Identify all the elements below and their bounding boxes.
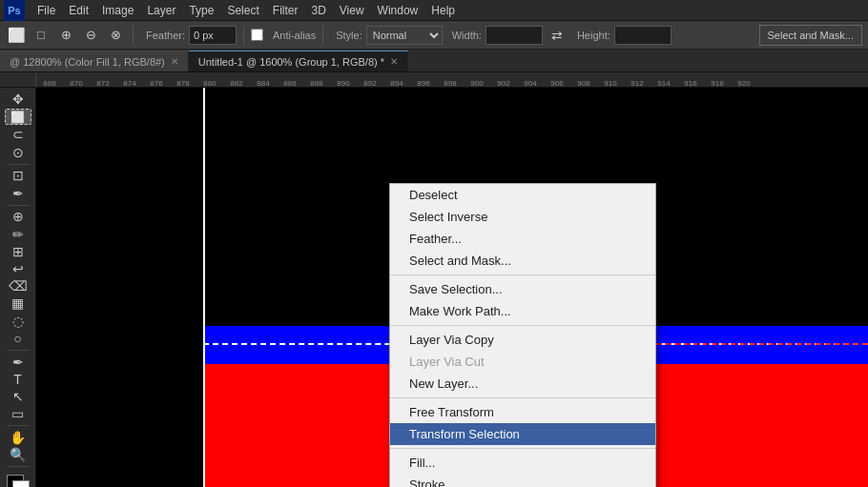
menu-filter[interactable]: Filter xyxy=(266,2,305,19)
ctx-menu-item-12[interactable]: Stroke... xyxy=(390,474,655,487)
select-and-mask-btn[interactable]: Select and Mask... xyxy=(759,25,863,46)
menu-3d[interactable]: 3D xyxy=(304,2,332,19)
shape-tool[interactable]: ▭ xyxy=(5,406,31,421)
ctx-menu-item-4[interactable]: Save Selection... xyxy=(390,278,655,300)
feather-input[interactable] xyxy=(189,26,237,45)
canvas-black-left xyxy=(36,88,203,487)
ctx-menu-item-5[interactable]: Make Work Path... xyxy=(390,300,655,322)
quick-select-tool[interactable]: ⊙ xyxy=(5,144,31,159)
lasso-tool[interactable]: ⊂ xyxy=(5,127,31,142)
new-selection-btn[interactable]: □ xyxy=(31,25,52,46)
menu-select[interactable]: Select xyxy=(220,2,265,19)
ruler-tick: 886 xyxy=(277,79,303,88)
path-select-tool[interactable]: ↖ xyxy=(5,389,31,404)
menu-edit[interactable]: Edit xyxy=(62,2,95,19)
tabs-bar: @ 12800% (Color Fill 1, RGB/8#) ✕ Untitl… xyxy=(0,50,868,72)
dodge-tool[interactable]: ○ xyxy=(5,331,31,346)
ctx-separator xyxy=(390,325,655,326)
eyedropper-tool[interactable]: ✒ xyxy=(5,185,31,200)
ctx-menu-item-0[interactable]: Deselect xyxy=(390,184,655,206)
tool-separator xyxy=(7,164,30,165)
width-label: Width: xyxy=(452,30,482,41)
ctx-menu-item-10[interactable]: Transform Selection xyxy=(390,423,655,445)
ctx-menu-item-6[interactable]: Layer Via Copy xyxy=(390,329,655,351)
ruler-tick: 900 xyxy=(464,79,490,88)
history-brush-tool[interactable]: ↩ xyxy=(5,261,31,276)
ruler-tick: 872 xyxy=(90,79,116,88)
ruler-tick: 870 xyxy=(63,79,90,88)
ruler-tick: 882 xyxy=(223,79,250,88)
eraser-tool[interactable]: ⌫ xyxy=(5,278,31,294)
menu-help[interactable]: Help xyxy=(424,2,462,19)
color-swatches[interactable] xyxy=(5,473,31,487)
ruler-tick: 906 xyxy=(544,79,570,88)
healing-tool[interactable]: ⊕ xyxy=(5,209,31,224)
intersect-selection-btn[interactable]: ⊗ xyxy=(105,25,126,46)
canvas-area[interactable]: DeselectSelect InverseFeather...Select a… xyxy=(36,88,868,487)
ruler-tick: 902 xyxy=(490,79,517,88)
menu-bar: Ps File Edit Image Layer Type Select Fil… xyxy=(0,0,868,21)
menu-window[interactable]: Window xyxy=(371,2,425,19)
tool-separator xyxy=(7,466,30,467)
brush-tool[interactable]: ✏ xyxy=(5,226,31,241)
menu-type[interactable]: Type xyxy=(182,2,220,19)
tab-colorfill-close[interactable]: ✕ xyxy=(171,56,178,67)
text-tool[interactable]: T xyxy=(5,372,31,387)
ruler-tick: 910 xyxy=(597,79,624,88)
ctx-separator xyxy=(390,397,655,398)
swap-dimensions-btn[interactable]: ⇄ xyxy=(547,25,568,46)
ctx-menu-item-2[interactable]: Feather... xyxy=(390,228,655,250)
separator-1 xyxy=(133,26,134,45)
move-tool[interactable]: ✥ xyxy=(5,91,31,107)
ruler-tick: 904 xyxy=(517,79,544,88)
ruler-tick: 892 xyxy=(357,79,383,88)
ruler-tick: 916 xyxy=(677,79,704,88)
style-label: Style: xyxy=(336,30,362,41)
stamp-tool[interactable]: ⊞ xyxy=(5,244,31,259)
width-input[interactable] xyxy=(486,26,543,45)
gradient-tool[interactable]: ▦ xyxy=(5,295,31,311)
ruler-tick: 914 xyxy=(651,79,677,88)
ruler: 868 870 872 874 876 878 880 882 884 886 … xyxy=(0,72,868,88)
ctx-menu-item-3[interactable]: Select and Mask... xyxy=(390,250,655,272)
ruler-tick: 894 xyxy=(383,79,410,88)
height-input[interactable] xyxy=(614,26,672,45)
ctx-menu-item-7: Layer Via Cut xyxy=(390,351,655,373)
zoom-tool[interactable]: 🔍 xyxy=(5,447,31,462)
ps-logo: Ps xyxy=(4,0,25,21)
tab-untitled-close[interactable]: ✕ xyxy=(390,56,398,67)
style-select[interactable]: Normal Fixed Ratio Fixed Size xyxy=(366,26,443,45)
tab-colorfill[interactable]: @ 12800% (Color Fill 1, RGB/8#) ✕ xyxy=(0,51,189,71)
ruler-tick: 912 xyxy=(624,79,651,88)
ctx-separator xyxy=(390,274,655,275)
ctx-menu-item-8[interactable]: New Layer... xyxy=(390,373,655,395)
menu-view[interactable]: View xyxy=(333,2,371,19)
rect-select-tool-btn[interactable]: ⬜ xyxy=(6,25,27,46)
ruler-tick: 890 xyxy=(330,79,357,88)
tab-untitled[interactable]: Untitled-1 @ 1600% (Group 1, RGB/8) * ✕ xyxy=(189,51,408,71)
ctx-menu-item-9[interactable]: Free Transform xyxy=(390,401,655,423)
menu-image[interactable]: Image xyxy=(95,2,140,19)
ruler-tick: 868 xyxy=(36,79,63,88)
main-area: ✥ ⬜ ⊂ ⊙ ⊡ ✒ ⊕ ✏ ⊞ ↩ ⌫ ▦ ◌ ○ ✒ T ↖ ▭ ✋ 🔍 xyxy=(0,88,868,487)
menu-layer[interactable]: Layer xyxy=(140,2,182,19)
ruler-tick: 880 xyxy=(196,79,223,88)
pen-tool[interactable]: ✒ xyxy=(5,354,31,369)
rect-marquee-tool[interactable]: ⬜ xyxy=(5,109,31,125)
crop-tool[interactable]: ⊡ xyxy=(5,168,31,183)
subtract-selection-btn[interactable]: ⊖ xyxy=(80,25,101,46)
add-selection-btn[interactable]: ⊕ xyxy=(55,25,76,46)
tools-panel: ✥ ⬜ ⊂ ⊙ ⊡ ✒ ⊕ ✏ ⊞ ↩ ⌫ ▦ ◌ ○ ✒ T ↖ ▭ ✋ 🔍 xyxy=(0,88,36,487)
antialias-checkbox[interactable] xyxy=(251,29,263,41)
ruler-tick: 876 xyxy=(143,79,170,88)
ruler-tick: 884 xyxy=(250,79,277,88)
menu-file[interactable]: File xyxy=(31,2,62,19)
ctx-menu-item-11[interactable]: Fill... xyxy=(390,452,655,474)
tab-colorfill-label: @ 12800% (Color Fill 1, RGB/8#) xyxy=(10,56,165,68)
ctx-menu-item-1[interactable]: Select Inverse xyxy=(390,206,655,228)
blur-tool[interactable]: ◌ xyxy=(5,313,31,328)
ruler-horizontal: 868 870 872 874 876 878 880 882 884 886 … xyxy=(36,72,868,88)
feather-label: Feather: xyxy=(146,30,185,41)
separator-2 xyxy=(243,26,244,45)
hand-tool[interactable]: ✋ xyxy=(5,430,31,445)
